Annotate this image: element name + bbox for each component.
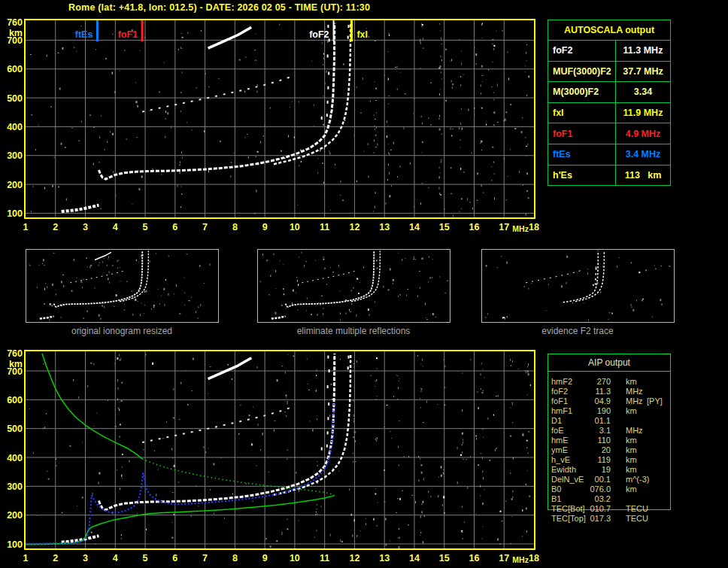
- aip-table-row: TEC[Bot]010.7TECU: [548, 504, 671, 514]
- aip-table-row: D101.1: [548, 416, 671, 426]
- autoscala-table-row: h'Es113 km: [548, 165, 670, 186]
- thumbnail-caption: original ionogram resized: [25, 326, 219, 336]
- svg-text:13: 13: [379, 222, 390, 232]
- svg-text:3: 3: [83, 553, 88, 563]
- svg-text:300: 300: [7, 481, 23, 492]
- parameter-value: 110: [561, 436, 611, 445]
- parameter-value: 11.3 MHz: [616, 45, 670, 56]
- svg-text:500: 500: [7, 424, 23, 434]
- parameter-label: B1: [551, 494, 561, 504]
- thumbnail-f2-trace: [482, 250, 675, 323]
- parameter-value: 190: [561, 406, 611, 416]
- top-ionogram-plot: ftEsfoF1foF2fxI760km70060050040030020010…: [7, 17, 539, 233]
- parameter-unit: km: [626, 406, 637, 416]
- parameter-label: h'Es: [548, 166, 616, 186]
- parameter-unit: m^(-3): [626, 475, 649, 484]
- parameter-value: 3.34: [616, 87, 670, 97]
- svg-text:7: 7: [202, 553, 208, 563]
- svg-text:7: 7: [202, 222, 208, 232]
- thumbnail-original-ionogram: [26, 250, 219, 323]
- parameter-value: 113 km: [616, 170, 670, 181]
- svg-text:4: 4: [113, 222, 118, 232]
- parameter-value: 010.7: [561, 504, 611, 514]
- svg-text:17: 17: [499, 553, 509, 563]
- parameter-label: B0: [551, 484, 561, 494]
- parameter-value: 03.2: [561, 494, 611, 504]
- svg-text:760: 760: [7, 348, 23, 359]
- parameter-label: fxI: [548, 103, 616, 123]
- svg-text:9: 9: [262, 222, 268, 232]
- aip-table-row: foE3.1MHz: [548, 426, 671, 436]
- svg-text:11: 11: [320, 553, 329, 563]
- autoscala-app-window: Rome (lat: +41.8, lon: 012.5) - DATE: 20…: [0, 0, 728, 568]
- thumbnail-filtered-ionogram: [258, 250, 450, 323]
- svg-text:600: 600: [7, 64, 23, 74]
- parameter-value: 017.3: [561, 514, 611, 524]
- aip-table-row: hmF1190km: [548, 406, 671, 416]
- parameter-unit: TECU: [626, 504, 648, 514]
- svg-text:700: 700: [7, 366, 23, 377]
- parameter-label: D1: [551, 416, 562, 426]
- thumbnail-caption: eliminate multiple reflections: [257, 326, 450, 336]
- svg-text:8: 8: [232, 222, 238, 232]
- svg-text:10: 10: [290, 222, 300, 232]
- aip-table-row: TEC[Top]017.3TECU: [548, 514, 671, 524]
- svg-text:14: 14: [409, 553, 420, 563]
- svg-text:200: 200: [7, 180, 23, 190]
- autoscala-output-table: AUTOSCALA output foF211.3 MHzMUF(3000)F2…: [548, 20, 671, 186]
- bottom-profile-plot: 760km70060050040030020010012345678910111…: [7, 348, 539, 564]
- svg-text:400: 400: [7, 122, 23, 132]
- svg-text:fxI: fxI: [356, 29, 368, 40]
- svg-text:13: 13: [379, 553, 390, 563]
- autoscala-table-row: foF14.9 MHz: [548, 123, 670, 144]
- parameter-value: 19: [561, 465, 611, 475]
- svg-text:500: 500: [7, 93, 23, 104]
- autoscala-table-row: ftEs3.4 MHz: [548, 144, 670, 165]
- aip-table-row: B0076.0km: [548, 484, 671, 494]
- svg-text:10: 10: [290, 553, 300, 563]
- svg-text:4: 4: [113, 553, 118, 563]
- parameter-value: 20: [561, 445, 611, 455]
- parameter-value: 00.1: [561, 475, 611, 484]
- aip-table-row: ymE20km: [548, 445, 671, 455]
- parameter-unit: km: [626, 377, 637, 387]
- parameter-value: 3.1: [561, 426, 611, 436]
- parameter-unit: MHz: [626, 426, 643, 436]
- autoscala-table-row: foF211.3 MHz: [548, 40, 670, 61]
- svg-text:1: 1: [23, 553, 29, 563]
- parameter-value: 37.7 MHz: [616, 66, 670, 77]
- parameter-unit: MHz: [626, 396, 643, 406]
- parameter-unit: TECU: [626, 514, 648, 524]
- parameter-value: 11.9 MHz: [616, 108, 670, 118]
- svg-text:18: 18: [529, 553, 539, 563]
- parameter-unit: km: [626, 436, 637, 445]
- svg-text:11: 11: [320, 222, 329, 232]
- parameter-value: 270: [561, 377, 611, 387]
- parameter-unit: km: [626, 484, 637, 494]
- parameter-label: MUF(3000)F2: [548, 62, 616, 82]
- svg-text:300: 300: [7, 150, 23, 161]
- parameter-unit: [PY]: [647, 396, 663, 406]
- svg-text:700: 700: [7, 35, 23, 46]
- aip-table-row: hmF2270km: [548, 377, 671, 387]
- svg-text:17: 17: [499, 222, 509, 232]
- svg-text:6: 6: [172, 553, 177, 563]
- svg-text:MHz: MHz: [512, 555, 529, 564]
- svg-text:14: 14: [409, 222, 420, 232]
- svg-text:12: 12: [349, 222, 359, 232]
- svg-text:12: 12: [349, 553, 359, 563]
- svg-text:16: 16: [469, 553, 480, 563]
- aip-table-rows: hmF2270kmfoF211.3MHzfoF104.9MHz[PY]hmF11…: [548, 377, 671, 524]
- parameter-unit: km: [626, 455, 637, 465]
- svg-text:16: 16: [469, 222, 480, 232]
- svg-text:5: 5: [143, 553, 148, 563]
- parameter-label: foF1: [548, 123, 616, 144]
- aip-table-row: foF104.9MHz[PY]: [548, 396, 671, 406]
- aip-table-divider: [548, 371, 671, 372]
- svg-text:100: 100: [7, 208, 23, 219]
- autoscala-table-rows: foF211.3 MHzMUF(3000)F237.7 MHzM(3000)F2…: [548, 40, 670, 185]
- autoscala-table-row: fxI11.9 MHz: [548, 102, 670, 123]
- svg-text:foF2: foF2: [309, 29, 329, 40]
- aip-table-title: AIP output: [548, 357, 671, 368]
- parameter-unit: km: [626, 465, 637, 475]
